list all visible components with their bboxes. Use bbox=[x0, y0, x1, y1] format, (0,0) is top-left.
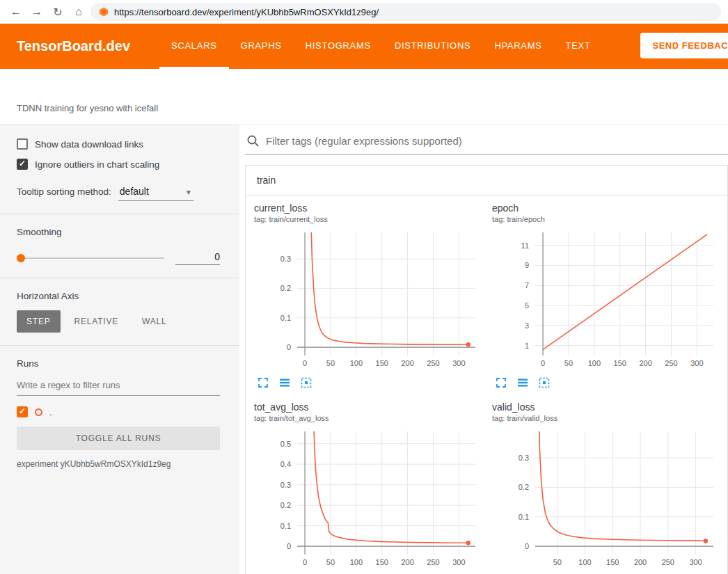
chart-canvas[interactable]: 00.10.20.30.40.5050100150200250300 bbox=[254, 428, 484, 570]
svg-text:200: 200 bbox=[401, 558, 413, 566]
tab-hparams[interactable]: HPARAMS bbox=[482, 24, 553, 69]
runs-list: . bbox=[17, 406, 220, 417]
chart-tag: tag: train/valid_loss bbox=[492, 414, 728, 423]
train-section-card: train current_losstag: train/current_los… bbox=[245, 165, 728, 574]
svg-text:0: 0 bbox=[541, 359, 545, 367]
tab-distributions[interactable]: DISTRIBUTIONS bbox=[383, 24, 483, 69]
send-feedback-button[interactable]: SEND FEEDBACK bbox=[640, 33, 728, 58]
svg-text:0.2: 0.2 bbox=[280, 501, 291, 509]
divider bbox=[0, 278, 239, 278]
axis-button-wall[interactable]: WALL bbox=[132, 310, 176, 333]
search-icon bbox=[246, 134, 260, 148]
chart-canvas[interactable]: 1357911050100150200250300 bbox=[492, 229, 722, 371]
show-download-links-row: Show data download links bbox=[17, 138, 220, 150]
ignore-outliers-label: Ignore outliers in chart scaling bbox=[35, 159, 159, 170]
svg-text:250: 250 bbox=[427, 558, 439, 566]
fullscreen-icon[interactable] bbox=[495, 376, 507, 389]
svg-text:0.1: 0.1 bbox=[280, 522, 291, 530]
run-checkbox[interactable] bbox=[17, 406, 28, 417]
horizontal-lines-icon[interactable] bbox=[516, 376, 529, 389]
smoothing-slider-thumb[interactable] bbox=[17, 254, 25, 262]
svg-text:300: 300 bbox=[452, 359, 465, 367]
svg-text:5: 5 bbox=[525, 301, 529, 310]
svg-text:0: 0 bbox=[303, 359, 307, 367]
fullscreen-icon[interactable] bbox=[257, 376, 269, 389]
url-text: https://tensorboard.dev/experiment/yKUbh… bbox=[114, 7, 379, 17]
svg-text:200: 200 bbox=[639, 359, 651, 367]
tag-filter-row bbox=[245, 127, 728, 155]
run-name: . bbox=[49, 407, 52, 417]
svg-text:300: 300 bbox=[690, 359, 703, 367]
svg-text:50: 50 bbox=[326, 359, 335, 367]
chart-valid_loss: valid_losstag: train/valid_loss00.10.20.… bbox=[492, 401, 728, 574]
fit-domain-icon[interactable] bbox=[538, 376, 551, 389]
chart-tag: tag: train/epoch bbox=[492, 215, 728, 224]
tab-text[interactable]: TEXT bbox=[554, 24, 603, 69]
svg-text:1: 1 bbox=[525, 342, 529, 350]
reload-icon[interactable]: ↻ bbox=[49, 6, 67, 19]
experiment-description: TDNN training for yesno with icefall bbox=[0, 69, 728, 125]
runs-filter-input[interactable] bbox=[17, 375, 220, 396]
svg-text:50: 50 bbox=[553, 558, 562, 566]
smoothing-value[interactable]: 0 bbox=[175, 251, 220, 265]
axis-button-step[interactable]: STEP bbox=[17, 310, 61, 333]
chart-tag: tag: train/current_loss bbox=[254, 215, 492, 224]
toggle-all-runs-button[interactable]: TOGGLE ALL RUNS bbox=[17, 426, 220, 450]
chart-canvas[interactable]: 00.10.20.350100150200250300 bbox=[492, 428, 722, 570]
svg-text:300: 300 bbox=[452, 558, 465, 566]
svg-text:200: 200 bbox=[634, 558, 647, 566]
svg-text:150: 150 bbox=[614, 359, 626, 367]
svg-text:0: 0 bbox=[303, 558, 307, 566]
tensorboard-logo-icon bbox=[99, 7, 109, 17]
tooltip-sorting-dropdown[interactable]: default ▼ bbox=[118, 185, 193, 201]
back-icon[interactable]: ← bbox=[7, 6, 25, 18]
fit-domain-icon[interactable] bbox=[300, 376, 312, 389]
ignore-outliers-checkbox[interactable] bbox=[17, 159, 28, 170]
home-icon[interactable]: ⌂ bbox=[70, 6, 88, 18]
tab-histograms[interactable]: HISTOGRAMS bbox=[294, 24, 383, 69]
smoothing-slider-row: 0 bbox=[17, 251, 220, 265]
sidebar: Show data download links Ignore outliers… bbox=[0, 125, 239, 574]
svg-text:150: 150 bbox=[606, 558, 619, 566]
svg-text:0.2: 0.2 bbox=[519, 483, 529, 491]
tab-graphs[interactable]: GRAPHS bbox=[229, 24, 294, 69]
train-section-header[interactable]: train bbox=[246, 166, 727, 196]
svg-text:0.3: 0.3 bbox=[519, 454, 529, 462]
divider bbox=[0, 345, 239, 346]
smoothing-slider[interactable] bbox=[17, 257, 164, 259]
svg-text:300: 300 bbox=[689, 558, 702, 566]
app-title: TensorBoard.dev bbox=[17, 38, 130, 54]
chart-title: epoch bbox=[492, 202, 728, 214]
svg-text:7: 7 bbox=[525, 281, 529, 289]
svg-text:50: 50 bbox=[326, 558, 335, 566]
experiment-description-text: TDNN training for yesno with icefall bbox=[17, 103, 158, 113]
content: Show data download links Ignore outliers… bbox=[0, 125, 728, 574]
svg-text:0.3: 0.3 bbox=[280, 255, 291, 263]
svg-text:100: 100 bbox=[578, 558, 591, 566]
horizontal-axis-buttons: STEPRELATIVEWALL bbox=[17, 310, 220, 333]
show-download-checkbox[interactable] bbox=[17, 138, 28, 150]
chart-canvas[interactable]: 00.10.20.3050100150200250300 bbox=[254, 229, 484, 371]
svg-text:0.3: 0.3 bbox=[280, 481, 291, 489]
tooltip-sorting-value: default bbox=[120, 186, 149, 197]
tag-filter-input[interactable] bbox=[266, 135, 728, 147]
horizontal-lines-icon[interactable] bbox=[278, 376, 291, 389]
tab-scalars[interactable]: SCALARS bbox=[159, 24, 229, 69]
svg-text:100: 100 bbox=[588, 359, 601, 367]
tooltip-sorting-label: Tooltip sorting method: bbox=[17, 186, 111, 197]
svg-text:0: 0 bbox=[525, 542, 529, 550]
experiment-id-label: experiment yKUbhb5wRmOSXYkId1z9eg bbox=[17, 459, 220, 469]
svg-text:11: 11 bbox=[521, 241, 529, 250]
forward-icon[interactable]: → bbox=[28, 6, 46, 18]
svg-text:100: 100 bbox=[350, 359, 363, 367]
app-header: TensorBoard.dev SCALARSGRAPHSHISTOGRAMSD… bbox=[0, 24, 728, 69]
svg-text:0.5: 0.5 bbox=[280, 440, 291, 448]
svg-text:100: 100 bbox=[350, 558, 363, 566]
address-bar[interactable]: https://tensorboard.dev/experiment/yKUbh… bbox=[90, 3, 721, 21]
axis-button-relative[interactable]: RELATIVE bbox=[65, 310, 129, 333]
horizontal-axis-label: Horizontal Axis bbox=[17, 291, 220, 301]
show-download-label: Show data download links bbox=[35, 139, 143, 150]
svg-text:0: 0 bbox=[287, 343, 291, 351]
tooltip-sorting-row: Tooltip sorting method: default ▼ bbox=[17, 185, 220, 201]
runs-label: Runs bbox=[17, 358, 220, 369]
